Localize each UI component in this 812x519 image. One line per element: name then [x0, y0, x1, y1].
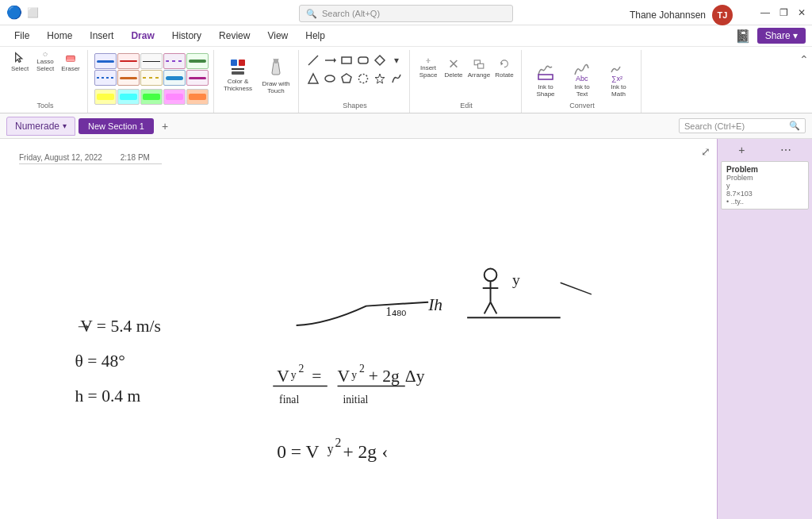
close-button[interactable]: ✕: [798, 7, 806, 18]
svg-marker-18: [427, 62, 429, 63]
shape-line[interactable]: [305, 52, 321, 69]
svg-marker-9: [375, 56, 385, 65]
svg-line-4: [308, 56, 318, 65]
pen-swatch-9[interactable]: [163, 70, 186, 86]
lasso-tool[interactable]: LassoSelect: [33, 52, 57, 72]
delete-label: Delete: [444, 71, 462, 79]
shape-rounded-rect[interactable]: [355, 52, 371, 69]
ink-to-math-btn[interactable]: ∑x² Ink toMath: [601, 58, 636, 99]
menu-file[interactable]: File: [6, 29, 37, 43]
color-thickness-btn[interactable]: Color &Thickness: [220, 55, 255, 96]
section-tab[interactable]: New Section 1: [79, 118, 154, 134]
pen-swatch-5[interactable]: [186, 53, 209, 69]
highlighter-green[interactable]: [140, 89, 163, 105]
pen-swatch-10[interactable]: [186, 70, 209, 86]
svg-text:y: y: [512, 271, 520, 288]
arrange-label: Arrange: [468, 71, 490, 79]
pen-swatch-6[interactable]: [94, 70, 117, 86]
global-search-bar[interactable]: 🔍 Search (Alt+Q): [299, 5, 513, 22]
user-avatar[interactable]: TJ: [712, 5, 733, 25]
highlighter-cyan[interactable]: [117, 89, 140, 105]
shape-lasso[interactable]: [355, 70, 371, 87]
svg-text:V: V: [277, 367, 289, 386]
share-button[interactable]: Share ▾: [757, 28, 806, 44]
search-notes-input[interactable]: Search (Ctrl+E) 🔍: [679, 118, 806, 133]
add-page-icon[interactable]: +: [738, 144, 745, 156]
shape-pentagon[interactable]: [339, 70, 354, 87]
svg-text:1₄₈₀: 1₄₈₀: [385, 305, 406, 318]
shape-diamond[interactable]: [372, 52, 388, 69]
page-subtitle-3: 8.7×103: [726, 190, 803, 198]
browser-tabs: 🔵 ⬜: [6, 5, 39, 20]
shape-rect[interactable]: [339, 52, 354, 69]
shape-ellipse[interactable]: [322, 70, 338, 87]
svg-line-30: [485, 302, 491, 314]
highlighter-pink[interactable]: [163, 89, 186, 105]
window-controls[interactable]: — ❐ ✕: [760, 7, 806, 18]
highlighter-orange[interactable]: [186, 89, 209, 105]
svg-rect-24: [538, 75, 553, 79]
rotate-btn[interactable]: Rotate: [492, 58, 516, 79]
notebook-name: Numerade: [15, 121, 59, 132]
svg-point-0: [44, 53, 48, 56]
menu-home[interactable]: Home: [39, 29, 80, 43]
svg-text:‹: ‹: [381, 441, 388, 462]
add-section-button[interactable]: +: [157, 118, 173, 134]
select-tool[interactable]: Select: [8, 52, 32, 72]
draw-with-touch-btn[interactable]: Draw withTouch: [259, 55, 293, 96]
svg-text:y: y: [327, 442, 334, 456]
insert-space-btn[interactable]: InsertSpace: [416, 58, 440, 79]
note-canvas[interactable]: ⤢ Friday, August 12, 2022 2:18 PM y 1₄₈₀…: [0, 139, 717, 519]
pen-swatch-2[interactable]: [117, 53, 140, 69]
shape-star[interactable]: [372, 70, 388, 87]
pen-swatch-7[interactable]: [117, 70, 140, 86]
color-touch-row: Color &Thickness Draw withTouch: [220, 52, 293, 96]
notebook-dropdown-icon[interactable]: ▾: [63, 121, 67, 130]
svg-rect-8: [358, 57, 368, 63]
svg-marker-10: [308, 74, 318, 83]
menu-draw[interactable]: Draw: [123, 29, 162, 43]
collapse-icon[interactable]: ⌃: [799, 53, 809, 66]
pen-swatch-3[interactable]: [140, 53, 163, 69]
menu-help[interactable]: Help: [297, 29, 333, 43]
delete-btn[interactable]: Delete: [442, 58, 465, 79]
pen-swatch-1[interactable]: [94, 53, 117, 69]
shape-freeform[interactable]: [389, 70, 404, 87]
menu-insert[interactable]: Insert: [82, 29, 121, 43]
svg-line-31: [491, 302, 497, 314]
shape-more[interactable]: ▾: [389, 52, 404, 69]
svg-rect-14: [426, 60, 430, 61]
pen-swatch-4[interactable]: [163, 53, 186, 69]
svg-rect-21: [474, 60, 480, 65]
more-options-icon[interactable]: ⋯: [780, 144, 791, 156]
minimize-button[interactable]: —: [760, 7, 770, 18]
shape-arrow[interactable]: [322, 52, 338, 69]
pen-swatch-8[interactable]: [140, 70, 163, 86]
shapes-group: ▾ Shapes: [301, 50, 410, 113]
shape-palette: ▾: [305, 52, 404, 87]
right-panel-icons: + ⋯: [721, 142, 809, 158]
menu-history[interactable]: History: [164, 29, 209, 43]
menu-review[interactable]: Review: [211, 29, 258, 43]
menu-view[interactable]: View: [259, 29, 296, 43]
page-subtitle-2: y: [726, 182, 803, 190]
shape-triangle[interactable]: [305, 70, 321, 87]
edit-group-label: Edit: [460, 102, 473, 111]
notebook-tab[interactable]: Numerade ▾: [6, 117, 75, 136]
highlighter-yellow[interactable]: [94, 89, 117, 105]
search-area: Search (Ctrl+E) 🔍: [679, 118, 806, 133]
edit-group: InsertSpace Delete Arrange Rotate Edit: [412, 50, 522, 113]
section-header: Numerade ▾ New Section 1 + Search (Ctrl+…: [0, 113, 812, 139]
page-item-problem[interactable]: Problem Problem y 8.7×103 • ..ty..: [721, 161, 809, 210]
svg-marker-13: [375, 74, 385, 83]
restore-button[interactable]: ❐: [779, 7, 788, 18]
ink-to-shape-btn[interactable]: Ink toShape: [528, 58, 563, 99]
ink-to-text-btn[interactable]: Abc Ink toText: [565, 58, 599, 99]
svg-text:y: y: [291, 369, 297, 381]
svg-text:+ 2g: + 2g: [343, 441, 377, 462]
svg-line-36: [561, 283, 592, 294]
arrange-btn[interactable]: Arrange: [467, 58, 491, 79]
ribbon-collapse[interactable]: ⌃: [799, 50, 809, 113]
svg-text:Ih: Ih: [427, 295, 442, 314]
eraser-tool[interactable]: Eraser: [59, 52, 82, 72]
